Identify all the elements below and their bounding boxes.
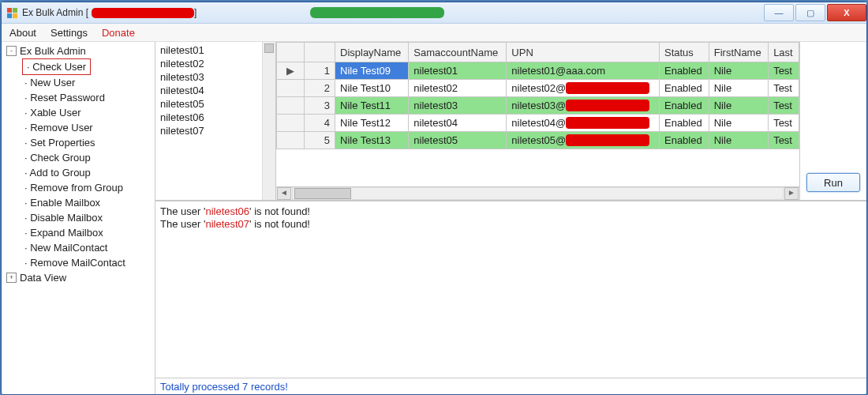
cell-status[interactable]: Enabled [659, 62, 709, 80]
client-area: - Ex Bulk Admin · Check User· New User· … [2, 42, 866, 394]
grid-col-samaccountname[interactable]: SamaccountName [409, 43, 507, 62]
top-row: niletest01niletest02niletest03niletest04… [155, 42, 866, 201]
cell-upn[interactable]: niletest05@xxxxxxxxxxxxxxx [507, 132, 660, 149]
scroll-track[interactable] [292, 187, 784, 200]
cell-samaccountname[interactable]: niletest02 [409, 80, 507, 97]
status-text: Totally processed 7 records! [160, 381, 288, 393]
run-button[interactable]: Run [806, 173, 860, 192]
menu-settings[interactable]: Settings [51, 27, 88, 39]
table-row[interactable]: 5Nile Test13niletest05niletest05@xxxxxxx… [277, 132, 799, 149]
list-item[interactable]: niletest02 [160, 57, 257, 70]
tree-collapse-icon[interactable]: - [6, 46, 17, 56]
cell-firstname[interactable]: Nile [709, 132, 768, 149]
cell-firstname[interactable]: Nile [709, 80, 768, 97]
titlebar[interactable]: Ex Bulk Admin [] — ▢ X [2, 2, 866, 24]
cell-samaccountname[interactable]: niletest05 [409, 132, 507, 149]
tree-root-dataview[interactable]: + Data View [6, 272, 155, 284]
scroll-left-icon[interactable]: ◄ [277, 187, 291, 200]
tree-node-add-to-group[interactable]: · Add to Group [22, 165, 155, 180]
table-row[interactable]: 4Nile Test12niletest04niletest04@xxxxxxx… [277, 115, 799, 132]
cell-lastname[interactable]: Test [769, 132, 799, 149]
grid-rownum-header[interactable] [305, 43, 335, 62]
menu-about[interactable]: About [9, 27, 36, 39]
list-item[interactable]: niletest04 [160, 84, 257, 97]
scroll-thumb[interactable] [294, 188, 351, 199]
tree-node-disable-mailbox[interactable]: · Disable Mailbox [22, 210, 155, 225]
cell-displayname[interactable]: Nile Test12 [335, 115, 409, 132]
app-icon [6, 7, 17, 18]
cell-displayname[interactable]: Nile Test09 [335, 62, 409, 80]
list-item[interactable]: niletest06 [160, 111, 257, 124]
maximize-button[interactable]: ▢ [795, 4, 825, 21]
tree-node-xable-user[interactable]: · Xable User [22, 105, 155, 120]
table-row[interactable]: 2Nile Test10niletest02niletest02@xxxxxxx… [277, 80, 799, 97]
cell-firstname[interactable]: Nile [709, 62, 768, 80]
tree-expand-icon[interactable]: + [6, 273, 17, 283]
cell-firstname[interactable]: Nile [709, 115, 768, 132]
tree-node-enable-mailbox[interactable]: · Enable Mailbox [22, 195, 155, 210]
right-pane: niletest01niletest02niletest03niletest04… [155, 42, 866, 394]
close-button[interactable]: X [827, 4, 866, 21]
cell-samaccountname[interactable]: niletest01 [409, 62, 507, 80]
tree-node-check-group[interactable]: · Check Group [22, 150, 155, 165]
cell-lastname[interactable]: Test [769, 62, 799, 80]
cell-status[interactable]: Enabled [659, 115, 709, 132]
grid-hscrollbar[interactable]: ◄ ► [276, 186, 799, 200]
cell-displayname[interactable]: Nile Test10 [335, 80, 409, 97]
list-item[interactable]: niletest03 [160, 70, 257, 84]
grid-col-displayname[interactable]: DisplayName [335, 43, 409, 62]
row-pointer[interactable] [277, 97, 305, 115]
cell-upn[interactable]: niletest04@xxxxxxxxxxxxxxx [507, 115, 660, 132]
cell-lastname[interactable]: Test [769, 115, 799, 132]
list-item[interactable]: niletest07 [160, 124, 257, 137]
grid-col-firstname[interactable]: FirstName [709, 43, 768, 62]
grid-col-upn[interactable]: UPN [507, 43, 660, 62]
cell-lastname[interactable]: Test [769, 80, 799, 97]
cell-displayname[interactable]: Nile Test11 [335, 97, 409, 115]
scrollbar-thumb[interactable] [264, 43, 274, 53]
minimize-button[interactable]: — [764, 4, 794, 21]
tree-node-remove-from-group[interactable]: · Remove from Group [22, 180, 155, 195]
tree-root-exbulkadmin[interactable]: - Ex Bulk Admin [6, 45, 155, 57]
cell-lastname[interactable]: Test [769, 97, 799, 115]
cell-upn[interactable]: niletest01@aaa.com [507, 62, 660, 80]
cell-firstname[interactable]: Nile [709, 97, 768, 115]
tree-node-remove-mailcontact[interactable]: · Remove MailContact [22, 255, 155, 270]
data-grid[interactable]: DisplayNameSamaccountNameUPNStatusFirstN… [276, 42, 799, 186]
userlist[interactable]: niletest01niletest02niletest03niletest04… [155, 42, 262, 200]
window-controls: — ▢ X [762, 4, 866, 21]
userlist-scrollbar[interactable] [262, 42, 275, 200]
row-number: 4 [305, 115, 335, 132]
output-pane[interactable]: The user 'niletest06' is not found!The u… [155, 201, 866, 378]
list-item[interactable]: niletest01 [160, 43, 257, 57]
cell-status[interactable]: Enabled [659, 80, 709, 97]
scroll-right-icon[interactable]: ► [784, 187, 799, 200]
cell-upn[interactable]: niletest03@xxxxxxxxxxxxxxx [507, 97, 660, 115]
grid-col-status[interactable]: Status [659, 43, 709, 62]
tree-node-set-properties[interactable]: · Set Properties [22, 135, 155, 150]
output-line: The user 'niletest06' is not found! [160, 205, 862, 217]
row-pointer[interactable] [277, 115, 305, 132]
cell-status[interactable]: Enabled [659, 97, 709, 115]
tree-node-expand-mailbox[interactable]: · Expand Mailbox [22, 225, 155, 240]
row-pointer[interactable] [277, 132, 305, 149]
row-pointer[interactable] [277, 80, 305, 97]
cell-upn[interactable]: niletest02@xxxxxxxxxxxxxxx [507, 80, 660, 97]
cell-samaccountname[interactable]: niletest04 [409, 115, 507, 132]
cell-samaccountname[interactable]: niletest03 [409, 97, 507, 115]
tree-node-check-user[interactable]: · Check User [22, 58, 91, 75]
row-pointer[interactable]: ▶ [277, 62, 305, 80]
table-row[interactable]: 3Nile Test11niletest03niletest03@xxxxxxx… [277, 97, 799, 115]
tree-node-new-mailcontact[interactable]: · New MailContact [22, 240, 155, 255]
list-item[interactable]: niletest05 [160, 97, 257, 111]
menu-donate[interactable]: Donate [102, 27, 135, 39]
table-row[interactable]: ▶1Nile Test09niletest01niletest01@aaa.co… [277, 62, 799, 80]
tree-node-remove-user[interactable]: · Remove User [22, 120, 155, 135]
grid-rowselector-header[interactable] [277, 43, 305, 62]
grid-col-last[interactable]: Last [769, 43, 799, 62]
tree-node-new-user[interactable]: · New User [22, 75, 155, 90]
cell-status[interactable]: Enabled [659, 132, 709, 149]
tree-node-reset-password[interactable]: · Reset Password [22, 90, 155, 105]
userlist-pane: niletest01niletest02niletest03niletest04… [155, 42, 276, 200]
cell-displayname[interactable]: Nile Test13 [335, 132, 409, 149]
